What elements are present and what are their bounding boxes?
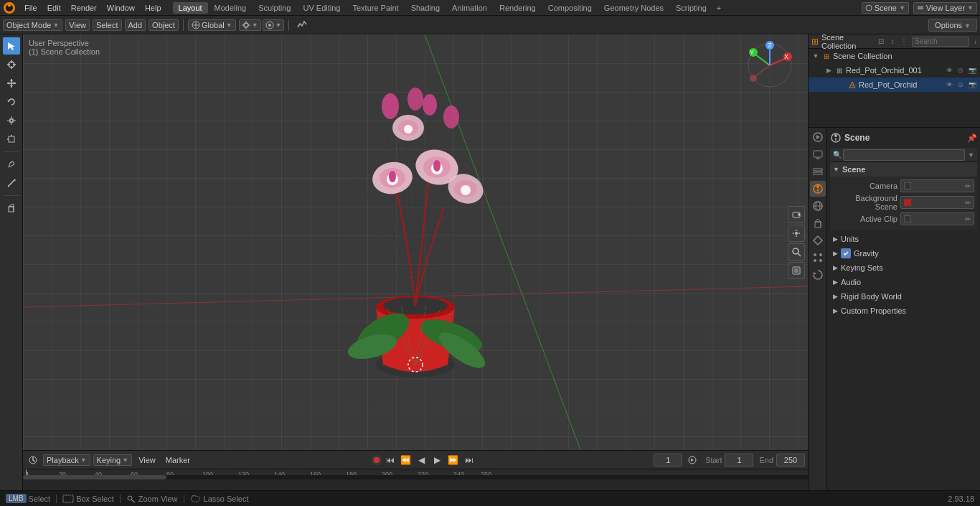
navigation-gizmo[interactable]: X Y Z <box>745 40 802 98</box>
step-forward-btn[interactable]: ⏩ <box>446 453 461 467</box>
rigid-body-section[interactable]: ▶ Rigid Body World <box>830 289 977 304</box>
audio-section[interactable]: ▶ Audio <box>830 275 977 289</box>
tab-layout[interactable]: Layout <box>173 2 208 14</box>
local-view-btn[interactable] <box>788 262 805 279</box>
annotate-tool[interactable] <box>3 156 20 173</box>
prop-btn-render[interactable] <box>810 129 826 145</box>
marker-btn[interactable]: Marker <box>162 455 194 465</box>
record-btn[interactable] <box>372 455 382 465</box>
tab-add-button[interactable]: + <box>713 2 725 14</box>
tab-sculpting[interactable]: Sculpting <box>253 2 296 14</box>
play-back-btn[interactable]: ◀ <box>415 453 429 467</box>
add-cube-tool[interactable] <box>3 200 20 217</box>
active-clip-picker-btn[interactable]: ✏ <box>965 215 971 223</box>
tab-compositing[interactable]: Compositing <box>542 2 598 14</box>
orchid-001-view-btn[interactable]: 👁 <box>944 65 954 75</box>
bg-scene-picker-btn[interactable]: ✏ <box>965 199 971 207</box>
timeline-mode-btn[interactable] <box>26 453 40 467</box>
scene-selector[interactable]: Scene ▼ <box>862 2 909 14</box>
prop-search-input[interactable] <box>843 149 965 161</box>
prop-btn-scene[interactable] <box>810 181 826 197</box>
keying-dropdown[interactable]: Keying ▼ <box>93 454 133 466</box>
rotate-tool[interactable] <box>3 93 20 111</box>
start-frame-input[interactable] <box>725 454 753 467</box>
orchid-001-render-btn[interactable]: 📷 <box>967 65 977 75</box>
move-tool[interactable] <box>3 75 20 92</box>
tab-shading[interactable]: Shading <box>405 2 446 14</box>
transform-tool[interactable] <box>3 131 20 148</box>
camera-view-btn[interactable] <box>788 206 805 223</box>
tab-geometry-nodes[interactable]: Geometry Nodes <box>598 2 669 14</box>
end-frame-input[interactable] <box>776 454 805 467</box>
outliner-row-orchid[interactable]: Red_Pot_Orchid 👁 ⊙ 📷 <box>809 78 980 92</box>
expand-orchid-001[interactable]: ▶ <box>824 66 833 75</box>
options-button[interactable]: Options ▼ <box>928 19 977 32</box>
tab-modeling[interactable]: Modeling <box>209 2 253 14</box>
outliner-search[interactable] <box>912 37 969 47</box>
prop-btn-view-layer[interactable] <box>810 164 826 179</box>
select-dropdown[interactable]: Select <box>93 19 122 31</box>
viewport[interactable]: User Perspective (1) Scene Collection X <box>23 34 808 450</box>
current-frame-input[interactable] <box>654 454 682 467</box>
orchid-select-btn[interactable]: ⊙ <box>956 80 966 90</box>
timeline-scrollbar[interactable] <box>23 475 808 479</box>
scale-tool[interactable] <box>3 112 20 129</box>
outliner-row-orchid-001[interactable]: ▶ ⊞ Red_Pot_Orchid_001 👁 ⊙ 📷 <box>809 63 980 78</box>
outliner-filter-btn[interactable]: ⊡ <box>876 37 886 47</box>
outliner-row-scene-collection[interactable]: ▼ ⊞ Scene Collection <box>809 49 980 63</box>
orchid-001-select-btn[interactable]: ⊙ <box>956 65 966 75</box>
prop-btn-object[interactable] <box>810 215 826 231</box>
expand-scene-collection[interactable]: ▼ <box>811 52 820 60</box>
menu-edit[interactable]: Edit <box>43 2 65 14</box>
tab-animation[interactable]: Animation <box>446 2 493 14</box>
active-clip-value[interactable]: ✏ <box>900 212 974 225</box>
prop-btn-physics[interactable] <box>810 267 826 283</box>
view-menu-btn[interactable]: View <box>135 455 159 465</box>
skip-first-btn[interactable]: ⏮ <box>383 453 397 467</box>
menu-render[interactable]: Render <box>67 2 101 14</box>
orchid-render-btn[interactable]: 📷 <box>967 80 977 90</box>
tab-uv-editing[interactable]: UV Editing <box>297 2 346 14</box>
timeline-ruler[interactable]: 1 20 40 60 80 100 120 140 160 180 200 22… <box>23 469 808 479</box>
prop-btn-output[interactable] <box>810 146 826 162</box>
menu-window[interactable]: Window <box>103 2 139 14</box>
prop-btn-modifier[interactable] <box>810 233 826 248</box>
custom-props-section[interactable]: ▶ Custom Properties <box>830 304 977 318</box>
transform-dropdown[interactable]: Global ▼ <box>188 19 236 31</box>
select-tool[interactable] <box>3 37 20 55</box>
snap-button[interactable]: ▼ <box>239 19 261 31</box>
tab-rendering[interactable]: Rendering <box>494 2 542 14</box>
measure-tool[interactable] <box>3 174 20 192</box>
cursor-tool[interactable] <box>3 56 20 73</box>
prop-btn-particles[interactable] <box>810 250 826 266</box>
background-scene-value[interactable]: ✏ <box>900 196 974 209</box>
prop-btn-world[interactable] <box>810 198 826 214</box>
view-dropdown[interactable]: View <box>65 19 90 31</box>
units-section[interactable]: ▶ Units <box>830 232 977 246</box>
outliner-more-btn[interactable]: ⋮ <box>899 37 909 47</box>
prop-search-dropdown[interactable]: ▼ <box>968 151 974 159</box>
tab-scripting[interactable]: Scripting <box>670 2 712 14</box>
camera-value[interactable]: ✏ <box>900 179 974 192</box>
gravity-checkbox[interactable] <box>841 248 851 258</box>
tab-texture-paint[interactable]: Texture Paint <box>347 2 404 14</box>
outliner-search-icon[interactable]: ↓ <box>974 37 977 45</box>
skip-last-btn[interactable]: ⏭ <box>462 453 476 467</box>
outliner-sort-btn[interactable]: ↕ <box>887 37 897 47</box>
scene-section-header[interactable]: ▼ Scene <box>830 162 977 177</box>
zoom-tool-btn[interactable] <box>788 243 805 261</box>
pan-tool-btn[interactable] <box>788 225 805 242</box>
object-mode-dropdown[interactable]: Object Mode ▼ <box>3 19 62 31</box>
expand-orchid[interactable] <box>837 80 846 89</box>
graph-btn[interactable] <box>293 19 311 31</box>
orchid-view-btn[interactable]: 👁 <box>944 80 954 90</box>
gravity-section[interactable]: ▶ Gravity <box>830 246 977 261</box>
menu-help[interactable]: Help <box>141 2 166 14</box>
proportional-editing-btn[interactable]: ▼ <box>263 19 285 31</box>
playback-dropdown[interactable]: Playback ▼ <box>43 454 90 466</box>
camera-picker-btn[interactable]: ✏ <box>965 182 971 190</box>
keying-sets-section[interactable]: ▶ Keying Sets <box>830 261 977 275</box>
timeline-scrollbar-thumb[interactable] <box>23 475 166 479</box>
object-dropdown[interactable]: Object <box>149 19 179 31</box>
view-layer-selector[interactable]: View Layer ▼ <box>913 2 977 14</box>
